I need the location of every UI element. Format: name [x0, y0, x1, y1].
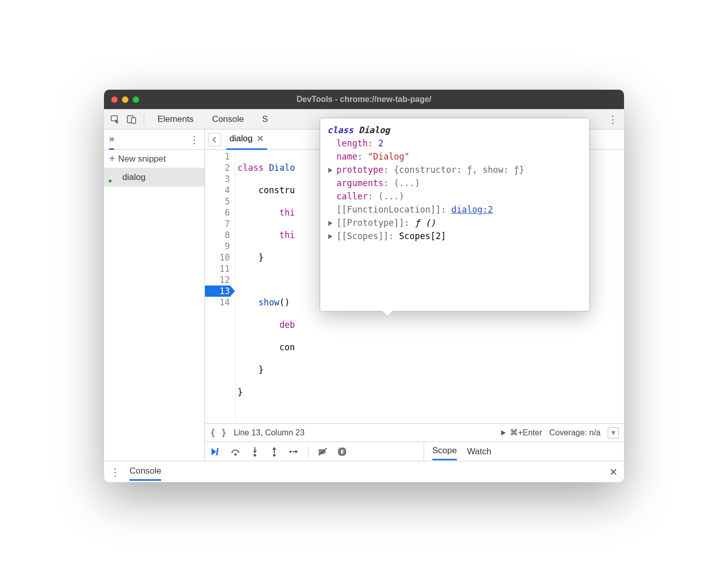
sidebar-head: » ⋮ [104, 129, 204, 150]
more-menu-icon[interactable]: ⋮ [606, 112, 620, 126]
format-icon[interactable]: { } [210, 427, 227, 438]
step-over-icon[interactable] [230, 447, 241, 456]
popover-row-functionlocation[interactable]: [[FunctionLocation]]: dialog:2 [327, 203, 582, 216]
tab-scope[interactable]: Scope [432, 443, 457, 460]
deactivate-breakpoints-icon[interactable] [318, 447, 328, 456]
svg-rect-9 [341, 450, 342, 454]
sidebar: » ⋮ + New snippet dialog [104, 129, 205, 461]
line-number: 6 [205, 207, 230, 218]
popover-row-prototype-internal[interactable]: [[Prototype]]: ƒ () [327, 216, 582, 229]
popover-row-length[interactable]: length: 2 [327, 137, 582, 150]
svg-rect-10 [343, 450, 344, 454]
coverage-toggle-icon[interactable]: ▾ [608, 427, 619, 438]
device-toolbar-icon[interactable] [124, 112, 139, 126]
line-number: 2 [205, 162, 230, 173]
svg-point-4 [235, 453, 237, 456]
svg-point-7 [289, 450, 292, 453]
line-number: 12 [205, 274, 230, 285]
divider [308, 446, 308, 457]
close-window-button[interactable] [111, 96, 118, 103]
snippet-file-icon [109, 173, 118, 182]
popover-row-prototype[interactable]: prototype: {constructor: ƒ, show: ƒ} [327, 163, 582, 176]
sidebar-more-icon[interactable]: ⋮ [189, 134, 199, 146]
popover-row-caller[interactable]: caller: (...) [327, 190, 582, 203]
minimize-window-button[interactable] [122, 96, 128, 103]
line-number: 11 [205, 263, 230, 274]
svg-rect-0 [111, 116, 117, 121]
popover-title: class Dialog [327, 123, 582, 137]
drawer-more-icon[interactable]: ⋮ [110, 466, 120, 478]
line-number: 9 [205, 241, 230, 252]
editor-tab-label: dialog [229, 134, 252, 144]
drawer-close-icon[interactable]: ✕ [609, 466, 618, 478]
step-into-icon[interactable] [250, 447, 260, 457]
snippet-name: dialog [122, 172, 145, 183]
drawer-console-tab[interactable]: Console [129, 463, 161, 481]
popover-row-arguments[interactable]: arguments: (...) [327, 176, 582, 190]
tab-console[interactable]: Console [204, 110, 252, 128]
debugger-toolbar: Scope Watch [205, 441, 624, 461]
line-number: 1 [205, 151, 230, 162]
popover-row-name[interactable]: name: "Dialog" [327, 150, 582, 163]
tab-watch[interactable]: Watch [467, 444, 491, 460]
line-number: 8 [205, 229, 230, 241]
line-number: 14 [205, 297, 230, 308]
pause-exceptions-icon[interactable] [337, 447, 347, 457]
line-number: 5 [205, 196, 230, 207]
svg-rect-2 [132, 118, 136, 123]
svg-point-5 [254, 454, 256, 456]
nav-back-button[interactable] [208, 133, 221, 146]
new-snippet-button[interactable]: + New snippet [104, 150, 204, 168]
coverage-label: Coverage: n/a [549, 428, 601, 437]
sidebar-tabs-overflow[interactable]: » [109, 129, 114, 150]
cursor-position: Line 13, Column 23 [234, 428, 305, 437]
editor-tab-dialog[interactable]: dialog ✕ [226, 129, 267, 150]
play-icon [500, 429, 507, 436]
divider [144, 113, 144, 125]
close-tab-icon[interactable]: ✕ [256, 133, 264, 144]
line-number: 10 [205, 252, 230, 263]
popover-row-scopes[interactable]: [[Scopes]]: Scopes[2] [327, 229, 582, 243]
gutter: 1 2 3 4 5 6 7 8 9 10 11 12 13 14 [205, 150, 236, 423]
devtools-window: DevTools - chrome://new-tab-page/ Elemen… [104, 90, 624, 482]
step-icon[interactable] [289, 448, 299, 456]
tab-elements[interactable]: Elements [149, 110, 202, 128]
titlebar: DevTools - chrome://new-tab-page/ [104, 90, 624, 109]
editor-statusbar: { } Line 13, Column 23 ⌘+Enter Coverage:… [205, 423, 624, 441]
run-snippet-button[interactable]: ⌘+Enter [500, 428, 542, 437]
line-number: 7 [205, 218, 230, 229]
console-drawer: ⋮ Console ✕ [104, 461, 624, 482]
window-title: DevTools - chrome://new-tab-page/ [104, 95, 624, 104]
snippet-item-dialog[interactable]: dialog [104, 168, 204, 187]
line-number-current: 13 [205, 285, 230, 297]
step-out-icon[interactable] [269, 447, 279, 457]
object-preview-popover: class Dialog length: 2 name: "Dialog" pr… [320, 118, 590, 311]
new-snippet-label: New snippet [118, 154, 166, 164]
tab-sources-truncated[interactable]: S [254, 110, 276, 128]
inspect-element-icon[interactable] [108, 112, 122, 126]
plus-icon: + [109, 153, 115, 165]
line-number: 3 [205, 173, 230, 185]
svg-rect-3 [216, 448, 219, 455]
traffic-lights [111, 96, 139, 103]
line-number: 4 [205, 185, 230, 196]
svg-point-6 [273, 454, 276, 456]
maximize-window-button[interactable] [133, 96, 139, 103]
resume-icon[interactable] [211, 447, 221, 456]
